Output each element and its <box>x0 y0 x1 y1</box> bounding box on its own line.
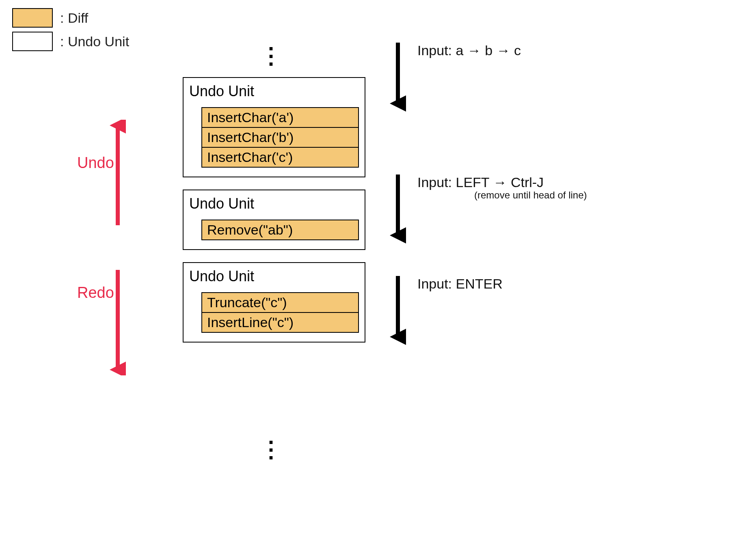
undo-unit: Undo Unit Remove("ab") <box>183 190 365 250</box>
diff-list: Remove("ab") <box>201 220 359 240</box>
input-text: Input: a → b → c <box>417 43 521 58</box>
diff-item: InsertChar('c') <box>201 148 359 168</box>
undo-unit: Undo Unit Truncate("c") InsertLine("c") <box>183 262 365 343</box>
diff-item: Truncate("c") <box>201 292 359 313</box>
undo-redo-column: Undo Redo <box>93 106 142 390</box>
legend: : Diff : Undo Unit <box>12 8 129 55</box>
ellipsis-icon: ··· <box>268 438 274 461</box>
diff-item: Remove("ab") <box>201 220 359 240</box>
redo-label: Redo <box>77 284 114 302</box>
down-arrow-icon <box>390 175 406 243</box>
undo-unit-title: Undo Unit <box>189 83 359 100</box>
input-annotation: Input: ENTER <box>390 276 587 349</box>
legend-label-diff: : Diff <box>60 10 88 26</box>
diff-item: InsertLine("c") <box>201 313 359 333</box>
undo-arrow-icon <box>110 120 126 225</box>
down-arrow-icon <box>390 276 406 345</box>
diff-item: InsertChar('a') <box>201 107 359 128</box>
down-arrow-icon <box>390 43 406 112</box>
undo-stack: Undo Unit InsertChar('a') InsertChar('b'… <box>183 77 365 355</box>
undo-unit-title: Undo Unit <box>189 195 359 212</box>
input-subtext: (remove until head of line) <box>417 190 587 201</box>
undo-unit-title: Undo Unit <box>189 268 359 285</box>
input-annotation: Input: LEFT → Ctrl-J (remove until head … <box>390 175 587 248</box>
legend-row-unit: : Undo Unit <box>12 32 129 51</box>
undo-label: Undo <box>77 154 114 172</box>
legend-swatch-unit <box>12 32 53 51</box>
diff-list: Truncate("c") InsertLine("c") <box>201 292 359 333</box>
diff-item: InsertChar('b') <box>201 128 359 148</box>
input-annotation: Input: a → b → c <box>390 43 587 116</box>
legend-swatch-diff <box>12 8 53 28</box>
undo-unit: Undo Unit InsertChar('a') InsertChar('b'… <box>183 77 365 177</box>
input-text: Input: LEFT → Ctrl-J <box>417 175 587 190</box>
input-text: Input: ENTER <box>417 276 503 292</box>
ellipsis-icon: ··· <box>268 45 274 68</box>
legend-row-diff: : Diff <box>12 8 129 28</box>
diff-list: InsertChar('a') InsertChar('b') InsertCh… <box>201 107 359 168</box>
legend-label-unit: : Undo Unit <box>60 34 129 50</box>
input-annotations: Input: a → b → c Input: LEFT → Ctrl-J (r… <box>390 43 587 349</box>
